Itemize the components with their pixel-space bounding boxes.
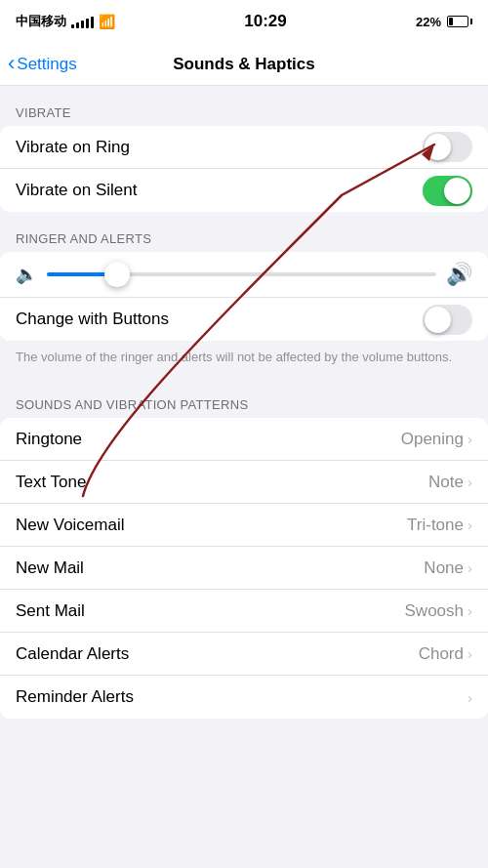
vibrate-on-ring-label: Vibrate on Ring (16, 138, 130, 157)
change-with-buttons-toggle[interactable] (423, 305, 472, 335)
calendar-alerts-chevron-icon: › (468, 645, 472, 662)
sent-mail-label: Sent Mail (16, 601, 85, 621)
ringer-info-text: The volume of the ringer and alerts will… (0, 341, 488, 378)
section-ringer-alerts: RINGER AND ALERTS 🔈 🔊 Change with Button… (0, 212, 488, 378)
new-voicemail-chevron-icon: › (468, 517, 472, 533)
sent-mail-chevron-icon: › (468, 602, 472, 619)
back-button[interactable]: ‹ Settings (8, 55, 77, 74)
status-left: 中国移动 📶 (16, 13, 115, 30)
vibrate-on-silent-row: Vibrate on Silent (0, 169, 488, 212)
new-voicemail-row[interactable]: New Voicemail Tri-tone › (0, 504, 488, 547)
volume-low-icon: 🔈 (16, 264, 37, 285)
new-mail-value: None › (424, 558, 472, 578)
new-mail-label: New Mail (16, 558, 84, 578)
toggle-knob (444, 178, 470, 204)
section-header-sounds: SOUNDS AND VIBRATION PATTERNS (0, 378, 488, 418)
ringer-group: 🔈 🔊 Change with Buttons (0, 252, 488, 341)
vibrate-group: Vibrate on Ring Vibrate on Silent (0, 126, 488, 212)
toggle-knob (425, 307, 451, 333)
calendar-alerts-value-text: Chord (419, 644, 464, 664)
ringtone-chevron-icon: › (468, 431, 472, 447)
ringtone-value: Opening › (401, 430, 472, 449)
slider-thumb[interactable] (104, 262, 130, 287)
new-voicemail-label: New Voicemail (16, 516, 125, 535)
volume-high-icon: 🔊 (446, 262, 472, 287)
calendar-alerts-label: Calendar Alerts (16, 644, 129, 664)
status-time: 10:29 (244, 12, 286, 31)
text-tone-label: Text Tone (16, 473, 86, 492)
wifi-icon: 📶 (99, 14, 115, 29)
reminder-alerts-label: Reminder Alerts (16, 687, 134, 707)
reminder-alerts-chevron-icon: › (468, 689, 472, 706)
text-tone-value-text: Note (428, 473, 464, 492)
vibrate-on-ring-row: Vibrate on Ring (0, 126, 488, 169)
new-voicemail-value: Tri-tone › (407, 516, 472, 535)
status-right: 22% (416, 15, 472, 29)
new-mail-value-text: None (424, 558, 464, 578)
section-sounds-vibration: SOUNDS AND VIBRATION PATTERNS Ringtone O… (0, 378, 488, 719)
new-voicemail-value-text: Tri-tone (407, 516, 464, 535)
change-with-buttons-row: Change with Buttons (0, 298, 488, 341)
back-chevron-icon: ‹ (8, 53, 15, 74)
sent-mail-value: Swoosh › (405, 601, 472, 621)
page-title: Sounds & Haptics (173, 55, 314, 74)
section-header-ringer: RINGER AND ALERTS (0, 212, 488, 252)
nav-bar: ‹ Settings Sounds & Haptics (0, 43, 488, 86)
vibrate-on-silent-toggle[interactable] (423, 176, 472, 206)
volume-slider-row: 🔈 🔊 (0, 252, 488, 298)
battery-icon (447, 16, 472, 27)
text-tone-value: Note › (428, 473, 472, 492)
section-vibrate: VIBRATE Vibrate on Ring Vibrate on Silen… (0, 86, 488, 212)
vibrate-on-silent-label: Vibrate on Silent (16, 181, 137, 200)
sent-mail-value-text: Swoosh (405, 601, 464, 621)
signal-bars (71, 15, 94, 28)
sent-mail-row[interactable]: Sent Mail Swoosh › (0, 590, 488, 633)
reminder-alerts-value: › (464, 689, 472, 706)
toggle-knob (425, 134, 451, 160)
calendar-alerts-value: Chord › (419, 644, 472, 664)
text-tone-row[interactable]: Text Tone Note › (0, 461, 488, 504)
calendar-alerts-row[interactable]: Calendar Alerts Chord › (0, 633, 488, 676)
volume-slider-track[interactable] (47, 272, 436, 276)
new-mail-chevron-icon: › (468, 559, 472, 576)
sounds-group: Ringtone Opening › Text Tone Note › New … (0, 418, 488, 719)
ringtone-label: Ringtone (16, 430, 82, 449)
text-tone-chevron-icon: › (468, 474, 472, 490)
change-with-buttons-label: Change with Buttons (16, 310, 169, 329)
ringtone-value-text: Opening (401, 430, 464, 449)
new-mail-row[interactable]: New Mail None › (0, 547, 488, 590)
carrier-text: 中国移动 (16, 13, 66, 30)
ringtone-row[interactable]: Ringtone Opening › (0, 418, 488, 461)
status-bar: 中国移动 📶 10:29 22% (0, 0, 488, 43)
back-label[interactable]: Settings (17, 55, 76, 74)
reminder-alerts-row[interactable]: Reminder Alerts › (0, 676, 488, 719)
section-header-vibrate: VIBRATE (0, 86, 488, 126)
vibrate-on-ring-toggle[interactable] (423, 132, 472, 162)
battery-percent: 22% (416, 15, 441, 29)
